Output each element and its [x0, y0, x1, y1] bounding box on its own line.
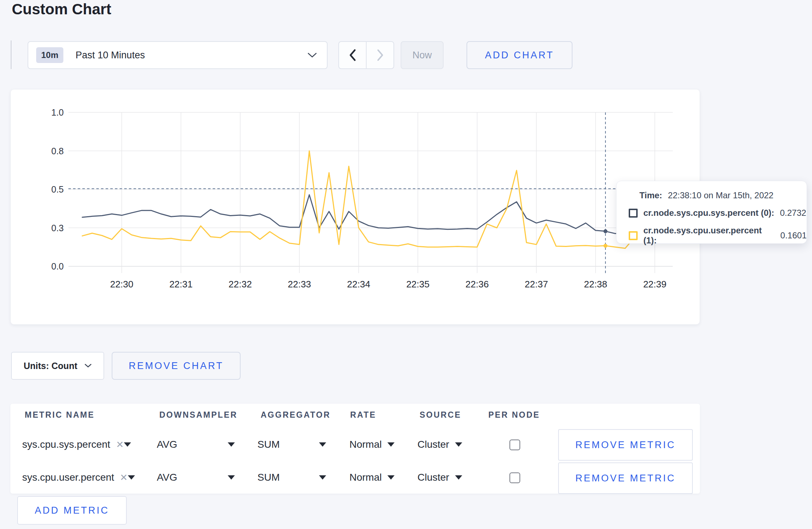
chevron-left-icon: [348, 49, 357, 62]
y-axis-label: 0.8: [51, 146, 64, 156]
add-metric-button[interactable]: ADD METRIC: [17, 496, 127, 525]
col-header-per-node: PER NODE: [488, 410, 540, 420]
units-select[interactable]: Units: Count: [11, 352, 104, 380]
rate-select[interactable]: Normal: [349, 435, 395, 455]
toolbar-divider: [11, 40, 11, 69]
per-node-checkbox[interactable]: [509, 440, 520, 450]
time-range-select[interactable]: 10m Past 10 Minutes: [28, 41, 328, 69]
aggregator-value: SUM: [257, 439, 280, 450]
col-header-metric-name: METRIC NAME: [25, 410, 95, 420]
series-line-user: [82, 151, 655, 248]
hover-point-dot: [604, 229, 608, 233]
clear-metric-icon[interactable]: ✕: [120, 472, 128, 483]
remove-chart-button[interactable]: REMOVE CHART: [112, 352, 241, 380]
x-axis-label: 22:37: [525, 279, 548, 290]
tooltip-series-value: 0.2732: [780, 208, 806, 218]
next-time-button[interactable]: [366, 41, 394, 69]
caret-down-icon: [319, 475, 326, 480]
tooltip-time-row: Time:22:38:10 on Mar 15th, 2022: [639, 190, 807, 200]
y-axis-label: 0.3: [51, 223, 64, 233]
x-axis-label: 22:33: [288, 279, 311, 290]
units-label: Units: Count: [24, 361, 77, 371]
y-axis-label: 0.0: [51, 261, 64, 271]
rate-value: Normal: [349, 472, 382, 483]
prev-time-button[interactable]: [338, 41, 366, 69]
now-button[interactable]: Now: [401, 41, 444, 69]
source-select[interactable]: Cluster: [417, 435, 462, 455]
col-header-source: SOURCE: [420, 410, 461, 420]
tooltip-series-value: 0.1601: [780, 230, 807, 241]
x-axis-label: 22:38: [584, 279, 607, 290]
clear-metric-icon[interactable]: ✕: [116, 439, 124, 450]
y-axis-label: 1.0: [51, 107, 64, 117]
tooltip-series-row: cr.node.sys.cpu.sys.percent (0): 0.2732: [629, 208, 807, 218]
caret-down-icon: [124, 442, 131, 447]
aggregator-select[interactable]: SUM: [257, 467, 326, 487]
downsampler-value: AVG: [157, 439, 177, 450]
source-value: Cluster: [417, 472, 449, 483]
tooltip-time-label: Time:: [639, 190, 662, 200]
page-title: Custom Chart: [12, 1, 111, 18]
caret-down-icon: [319, 442, 326, 447]
col-header-downsampler: DOWNSAMPLER: [159, 410, 237, 420]
metric-name-value: sys.cpu.user.percent: [22, 472, 114, 483]
caret-down-icon: [455, 475, 462, 480]
aggregator-value: SUM: [257, 472, 280, 483]
caret-down-icon: [228, 475, 235, 480]
chevron-right-icon: [376, 49, 385, 62]
y-axis-label: 0.5: [51, 184, 64, 194]
x-axis-label: 22:35: [406, 279, 430, 290]
x-axis-label: 22:32: [228, 279, 252, 290]
x-axis-label: 22:34: [347, 279, 370, 290]
per-node-checkbox[interactable]: [509, 472, 520, 483]
time-nav-group: [338, 41, 394, 69]
aggregator-select[interactable]: SUM: [257, 435, 326, 455]
source-value: Cluster: [417, 439, 449, 450]
x-axis-label: 22:36: [465, 279, 489, 290]
x-axis-label: 22:31: [169, 279, 193, 290]
chart-card: 0.00.30.50.81.022:3022:3122:3222:3322:34…: [10, 89, 700, 325]
rate-value: Normal: [349, 439, 382, 450]
downsampler-value: AVG: [157, 472, 177, 483]
remove-metric-button[interactable]: REMOVE METRIC: [558, 462, 693, 494]
col-header-aggregator: AGGREGATOR: [261, 410, 330, 420]
caret-down-icon: [387, 475, 395, 480]
caret-down-icon: [228, 442, 235, 447]
hover-point-dot: [604, 244, 608, 248]
chevron-down-icon: [84, 364, 92, 368]
x-axis-label: 22:39: [643, 279, 666, 290]
chevron-down-icon: [308, 53, 317, 58]
series-swatch-user-icon: [629, 231, 638, 240]
downsampler-select[interactable]: AVG: [157, 435, 235, 455]
col-header-rate: RATE: [350, 410, 376, 420]
metric-name-select[interactable]: sys.cpu.sys.percent ✕: [22, 435, 130, 455]
downsampler-select[interactable]: AVG: [157, 467, 235, 487]
metric-name-value: sys.cpu.sys.percent: [22, 439, 110, 450]
chart-tooltip: Time:22:38:10 on Mar 15th, 2022 cr.node.…: [616, 181, 807, 244]
series-swatch-sys-icon: [629, 209, 638, 218]
metric-name-select[interactable]: sys.cpu.user.percent ✕: [22, 467, 130, 487]
caret-down-icon: [128, 475, 135, 480]
custom-chart-page: Custom Chart 10m Past 10 Minutes Now ADD…: [0, 0, 812, 529]
time-window-label: Past 10 Minutes: [76, 50, 145, 61]
timeseries-chart[interactable]: 0.00.30.50.81.022:3022:3122:3222:3322:34…: [11, 89, 700, 325]
tooltip-series-name: cr.node.sys.cpu.sys.percent (0):: [643, 208, 774, 218]
time-window-badge: 10m: [36, 47, 63, 63]
source-select[interactable]: Cluster: [417, 467, 462, 487]
tooltip-series-name: cr.node.sys.cpu.user.percent (1):: [643, 225, 775, 246]
tooltip-time-value: 22:38:10 on Mar 15th, 2022: [668, 190, 774, 200]
tooltip-series-row: cr.node.sys.cpu.user.percent (1): 0.1601: [629, 225, 807, 246]
remove-metric-button[interactable]: REMOVE METRIC: [558, 429, 693, 461]
x-axis-label: 22:30: [110, 279, 133, 290]
add-chart-button[interactable]: ADD CHART: [467, 41, 572, 69]
rate-select[interactable]: Normal: [349, 467, 395, 487]
caret-down-icon: [387, 442, 395, 447]
caret-down-icon: [455, 442, 462, 447]
